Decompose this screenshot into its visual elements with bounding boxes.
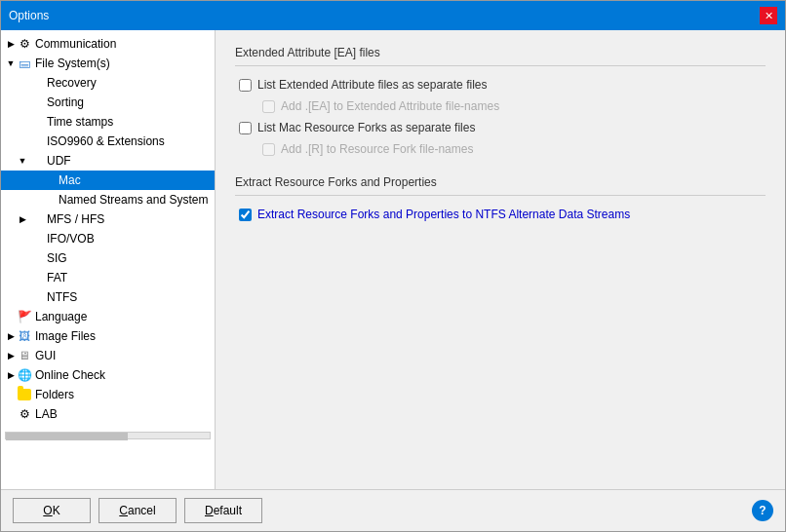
close-button[interactable]: ✕ — [760, 7, 777, 24]
lab-label: LAB — [35, 407, 58, 421]
sidebar-scrollbar[interactable] — [1, 432, 215, 439]
sidebar-item-communication[interactable]: ⚙ Communication — [1, 34, 215, 54]
dialog-footer: OK Cancel Default ? — [1, 489, 785, 531]
expand-filesystem-icon — [5, 57, 17, 69]
sidebar-item-imagefiles[interactable]: 🖼 Image Files — [1, 326, 215, 346]
mac-icon — [40, 172, 56, 188]
expand-gui-icon — [5, 350, 17, 361]
expand-fat-icon — [17, 272, 28, 284]
ok-button[interactable]: OK — [13, 498, 91, 523]
sidebar-item-sig[interactable]: SIG — [1, 248, 215, 268]
sidebar-item-fat[interactable]: FAT — [1, 268, 215, 287]
options-dialog: Options ✕ ⚙ Communication 🖴 File System(… — [0, 0, 786, 532]
add-ea-row: Add .[EA] to Extended Attribute file-nam… — [235, 99, 766, 113]
filesystem-label: File System(s) — [35, 57, 110, 70]
sidebar-item-lab[interactable]: ⚙ LAB — [1, 404, 215, 424]
sidebar-item-ifovob[interactable]: IFO/VOB — [1, 229, 215, 248]
expand-timestamps-icon — [17, 116, 28, 128]
extract-ntfs-label: Extract Resource Forks and Properties to… — [257, 208, 630, 221]
expand-mac-icon — [28, 174, 40, 186]
expand-lab-icon — [5, 408, 17, 420]
ea-section-title: Extended Attribute [EA] files — [235, 46, 766, 66]
list-mac-label: List Mac Resource Forks as separate file… — [257, 121, 475, 134]
list-mac-checkbox[interactable] — [239, 122, 252, 134]
folder-icon — [17, 387, 32, 402]
sidebar-item-mac[interactable]: Mac — [1, 171, 215, 190]
cancel-label: Cancel — [119, 504, 155, 517]
ifovob-icon — [28, 231, 44, 247]
lab-icon: ⚙ — [17, 406, 32, 422]
expand-iso-icon — [17, 135, 28, 147]
gui-label: GUI — [35, 349, 56, 362]
expand-udf-icon — [17, 155, 28, 167]
drive-icon: 🖴 — [17, 56, 32, 71]
dialog-title: Options — [9, 9, 49, 22]
expand-sig-icon — [17, 252, 28, 264]
ok-label: OK — [43, 504, 59, 517]
ea-section: Extended Attribute [EA] files List Exten… — [235, 46, 766, 156]
add-ea-checkbox[interactable] — [262, 100, 275, 113]
dash-icon — [28, 75, 44, 91]
extract-ntfs-checkbox[interactable] — [239, 209, 252, 221]
sidebar-item-udf[interactable]: UDF — [1, 151, 215, 171]
globe-icon: 🌐 — [17, 367, 32, 383]
fat-label: FAT — [47, 271, 67, 285]
mfshfs-label: MFS / HFS — [47, 212, 104, 226]
sidebar-item-namedstreams[interactable]: Named Streams and System — [1, 190, 215, 209]
namedstreams-icon — [40, 192, 56, 208]
default-button[interactable]: Default — [184, 498, 262, 523]
language-label: Language — [35, 310, 87, 323]
list-mac-row: List Mac Resource Forks as separate file… — [235, 121, 766, 134]
udf-icon — [28, 153, 44, 169]
sidebar-item-sorting[interactable]: Sorting — [1, 93, 215, 112]
content-area: Extended Attribute [EA] files List Exten… — [216, 30, 785, 489]
mac-label: Mac — [59, 173, 81, 187]
list-ea-checkbox[interactable] — [239, 79, 252, 92]
sidebar-item-mfshfs[interactable]: MFS / HFS — [1, 209, 215, 229]
img-icon: 🖼 — [17, 328, 32, 344]
sidebar-item-language[interactable]: 🚩 Language — [1, 307, 215, 326]
expand-language-icon — [5, 311, 17, 323]
expand-sorting-icon — [17, 96, 28, 108]
add-r-checkbox[interactable] — [262, 143, 275, 156]
communication-label: Communication — [35, 37, 116, 51]
extract-section-title: Extract Resource Forks and Properties — [235, 175, 766, 196]
add-r-row: Add .[R] to Resource Fork file-names — [235, 142, 766, 156]
list-ea-label: List Extended Attribute files as separat… — [257, 78, 487, 92]
sidebar-item-folders[interactable]: Folders — [1, 385, 215, 404]
sidebar-item-iso9960[interactable]: ISO9960 & Extensions — [1, 132, 215, 151]
sorting-label: Sorting — [47, 95, 84, 109]
sidebar: ⚙ Communication 🖴 File System(s) Recover… — [1, 30, 216, 489]
sidebar-item-filesystem[interactable]: 🖴 File System(s) — [1, 54, 215, 73]
help-button[interactable]: ? — [752, 500, 773, 521]
flag-icon: 🚩 — [17, 309, 32, 324]
default-label: Default — [205, 504, 242, 517]
namedstreams-label: Named Streams and System — [59, 193, 208, 207]
add-r-label: Add .[R] to Resource Fork file-names — [281, 142, 473, 156]
sig-label: SIG — [47, 251, 67, 265]
expand-online-icon — [5, 369, 17, 381]
imagefiles-label: Image Files — [35, 329, 96, 343]
expand-ntfs-icon — [17, 291, 28, 303]
list-ea-row: List Extended Attribute files as separat… — [235, 78, 766, 92]
title-bar: Options ✕ — [1, 1, 785, 30]
monitor-icon: 🖥 — [17, 348, 32, 363]
fat-icon — [28, 270, 44, 285]
timestamps-label: Time stamps — [47, 115, 113, 129]
sidebar-item-gui[interactable]: 🖥 GUI — [1, 346, 215, 365]
sidebar-item-ntfs[interactable]: NTFS — [1, 287, 215, 307]
sidebar-item-timestamps[interactable]: Time stamps — [1, 112, 215, 132]
sidebar-item-onlinecheck[interactable]: 🌐 Online Check — [1, 365, 215, 385]
extract-ntfs-row: Extract Resource Forks and Properties to… — [235, 208, 766, 221]
cancel-button[interactable]: Cancel — [98, 498, 177, 523]
iso-label: ISO9960 & Extensions — [47, 134, 165, 148]
expand-communication-icon — [5, 38, 17, 50]
sorting-icon — [28, 95, 44, 110]
expand-mfshfs-icon — [17, 213, 28, 225]
sidebar-item-recovery[interactable]: Recovery — [1, 73, 215, 93]
udf-label: UDF — [47, 154, 71, 168]
expand-named-icon — [28, 194, 40, 206]
recovery-label: Recovery — [47, 76, 97, 90]
ifovob-label: IFO/VOB — [47, 232, 95, 246]
expand-folders-icon — [5, 389, 17, 400]
